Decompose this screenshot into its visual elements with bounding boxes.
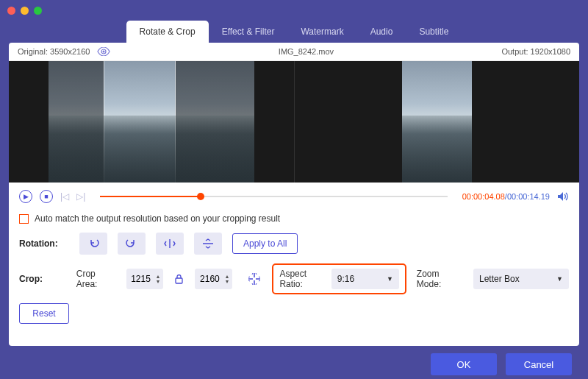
crop-area-label: Crop Area: bbox=[76, 269, 116, 289]
volume-icon[interactable] bbox=[557, 191, 569, 202]
apply-to-all-button[interactable]: Apply to All bbox=[232, 233, 298, 254]
aspect-ratio-label: Aspect Ratio: bbox=[279, 269, 323, 289]
auto-match-row: Auto match the output resolution based o… bbox=[19, 213, 569, 224]
original-resolution: Original: 3590x2160 bbox=[18, 47, 90, 56]
zoom-mode-label: Zoom Mode: bbox=[417, 269, 463, 289]
preview-original[interactable] bbox=[9, 61, 294, 183]
svg-point-0 bbox=[103, 51, 105, 53]
tab-effect-filter[interactable]: Effect & Filter bbox=[209, 21, 288, 43]
auto-match-checkbox[interactable] bbox=[19, 214, 29, 224]
svg-rect-1 bbox=[176, 278, 182, 283]
seek-track[interactable] bbox=[100, 196, 447, 197]
preview-area bbox=[9, 61, 579, 183]
footer: OK Cancel bbox=[0, 346, 588, 379]
rotation-label: Rotation: bbox=[19, 238, 69, 249]
ok-button[interactable]: OK bbox=[431, 353, 497, 375]
zoom-mode-select[interactable]: Letter Box▼ bbox=[473, 269, 569, 289]
preview-output bbox=[294, 61, 580, 183]
rotate-right-button[interactable] bbox=[118, 233, 146, 255]
aspect-ratio-select[interactable]: 9:16▼ bbox=[331, 269, 399, 289]
flip-horizontal-button[interactable] bbox=[156, 233, 184, 255]
tabs: Rotate & Crop Effect & Filter Watermark … bbox=[0, 21, 588, 43]
reset-row: Reset bbox=[19, 303, 569, 324]
cancel-button[interactable]: Cancel bbox=[506, 353, 572, 375]
time-display: 00:00:04.08/00:00:14.19 bbox=[462, 192, 550, 201]
flip-vertical-button[interactable] bbox=[194, 233, 222, 255]
crop-label: Crop: bbox=[19, 274, 66, 284]
minimize-dot[interactable] bbox=[21, 7, 29, 15]
stop-button[interactable]: ■ bbox=[40, 190, 53, 203]
filename: IMG_8242.mov bbox=[279, 47, 334, 56]
crop-row: Crop: Crop Area: ▲▼ ▲▼ Aspect Ratio: 9:1… bbox=[19, 263, 569, 294]
playbar: ▶ ■ |◁ ▷| 00:00:04.08/00:00:14.19 bbox=[19, 190, 569, 203]
titlebar bbox=[0, 0, 588, 21]
prev-frame-button[interactable]: |◁ bbox=[60, 191, 69, 202]
info-bar: Original: 3590x2160 IMG_8242.mov Output:… bbox=[9, 43, 579, 61]
output-resolution: Output: 1920x1080 bbox=[501, 47, 570, 56]
lock-icon[interactable] bbox=[175, 274, 183, 284]
tab-audio[interactable]: Audio bbox=[357, 21, 406, 43]
tab-watermark[interactable]: Watermark bbox=[287, 21, 356, 43]
play-button[interactable]: ▶ bbox=[19, 190, 32, 203]
crosshair-icon[interactable] bbox=[247, 272, 262, 286]
crop-width-input[interactable]: ▲▼ bbox=[126, 269, 164, 289]
auto-match-label: Auto match the output resolution based o… bbox=[35, 213, 280, 224]
rotation-row: Rotation: Apply to All bbox=[19, 233, 569, 255]
close-dot[interactable] bbox=[7, 7, 15, 15]
aspect-ratio-group: Aspect Ratio: 9:16▼ bbox=[272, 263, 406, 294]
maximize-dot[interactable] bbox=[34, 7, 42, 15]
next-frame-button[interactable]: ▷| bbox=[76, 191, 85, 202]
tab-rotate-crop[interactable]: Rotate & Crop bbox=[126, 21, 209, 43]
tab-subtitle[interactable]: Subtitle bbox=[406, 21, 462, 43]
rotate-left-button[interactable] bbox=[79, 233, 107, 255]
controls: ▶ ■ |◁ ▷| 00:00:04.08/00:00:14.19 Auto m… bbox=[9, 183, 579, 346]
reset-button[interactable]: Reset bbox=[19, 303, 69, 324]
eye-icon[interactable] bbox=[97, 47, 110, 56]
main-panel: Original: 3590x2160 IMG_8242.mov Output:… bbox=[9, 43, 579, 346]
crop-height-input[interactable]: ▲▼ bbox=[195, 269, 232, 289]
